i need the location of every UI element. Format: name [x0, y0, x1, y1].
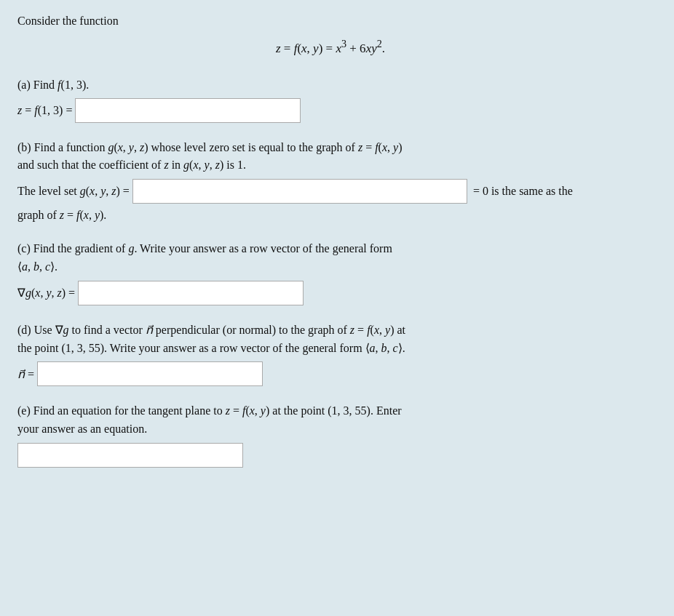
main-equation: z = f(x, y) = x3 + 6xy2. — [17, 38, 643, 56]
main-equation-text: z = f(x, y) = x3 + 6xy2. — [276, 41, 385, 55]
part-d-input[interactable] — [37, 361, 263, 386]
part-c-label: (c) Find the gradient of g. Write your a… — [17, 240, 643, 276]
part-a-prefix: z = f(1, 3) = — [17, 104, 72, 117]
part-d-label: (d) Use ∇g to find a vector n⃗ perpendic… — [17, 321, 643, 358]
part-d-input-row: n⃗ = — [17, 361, 643, 386]
part-b-input-row: The level set g(x, y, z) = = 0 is the sa… — [17, 179, 643, 204]
part-b-label: (b) Find a function g(x, y, z) whose lev… — [17, 139, 643, 175]
part-c-input[interactable] — [78, 281, 304, 305]
part-d: (d) Use ∇g to find a vector n⃗ perpendic… — [17, 321, 643, 387]
part-a-input-row: z = f(1, 3) = — [17, 98, 643, 123]
part-b-input[interactable] — [132, 179, 467, 204]
part-e: (e) Find an equation for the tangent pla… — [17, 402, 643, 468]
part-b-suffix: = 0 is the same as the — [473, 185, 573, 198]
part-b-prefix: The level set g(x, y, z) = — [17, 185, 130, 198]
part-c: (c) Find the gradient of g. Write your a… — [17, 240, 643, 305]
part-c-prefix: ∇g(x, y, z) = — [17, 286, 75, 300]
part-b-continuation: graph of z = f(x, y). — [17, 207, 643, 224]
part-a-input[interactable] — [75, 98, 301, 123]
intro-text: Consider the function — [17, 15, 643, 28]
part-a-label: (a) Find f(1, 3). — [17, 76, 643, 94]
part-d-prefix: n⃗ = — [17, 367, 34, 381]
part-c-input-row: ∇g(x, y, z) = — [17, 281, 643, 305]
part-a: (a) Find f(1, 3). z = f(1, 3) = — [17, 76, 643, 123]
main-content: Consider the function z = f(x, y) = x3 +… — [17, 15, 643, 468]
part-e-input-row — [17, 443, 643, 468]
part-e-input[interactable] — [17, 443, 243, 468]
part-b: (b) Find a function g(x, y, z) whose lev… — [17, 139, 643, 225]
part-e-label: (e) Find an equation for the tangent pla… — [17, 402, 643, 439]
